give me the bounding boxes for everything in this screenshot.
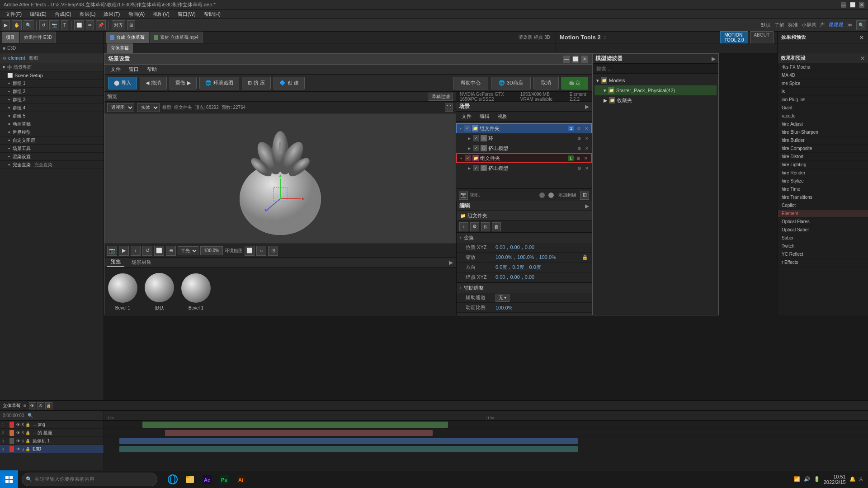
props-reflection-header[interactable]: + 反射模式	[457, 313, 592, 316]
props-position-val[interactable]: 0.00，0.00，0.00	[495, 244, 534, 251]
fullscreen-btn[interactable]: ⛶	[445, 103, 453, 112]
props-rotation-val[interactable]: 0.0度，0.0度，0.0度	[495, 264, 541, 271]
material-ball-2[interactable]	[145, 273, 174, 302]
ep-item-ma4d[interactable]: MA 4D	[778, 71, 868, 80]
props-channel-select[interactable]: 无 ▾	[495, 294, 509, 302]
layer-item-group5[interactable]: ⚬ 群组 5	[0, 112, 104, 120]
tab-composition[interactable]: 台成 立体草莓	[106, 32, 149, 43]
node-vis-toggle-3[interactable]: ✓	[473, 145, 479, 151]
vp-camera-btn[interactable]: 📷	[107, 246, 117, 256]
ep-item-time[interactable]: hire Time	[778, 185, 868, 193]
tl-layer-2[interactable]: 2 👁 S 🔒 ....的 星座	[0, 429, 104, 437]
props-anim-ratio-val[interactable]: 100.0%	[495, 305, 512, 310]
ep-item-blur[interactable]: hire Blur+Sharpen	[778, 128, 868, 136]
scene-view-btn[interactable]: 📷	[459, 191, 468, 200]
scene-node-extrude-1[interactable]: ▶ ✓ ⬡ 挤出模型 ⚙ ✕	[456, 143, 592, 153]
vp-origin-btn[interactable]: ⊕	[166, 246, 176, 256]
menu-animation[interactable]: 动画(A)	[125, 10, 149, 19]
draft-mode-btn[interactable]: 草稿过滤	[429, 93, 453, 101]
layer-item-group2[interactable]: ⚬ 群组 2	[0, 88, 104, 96]
menu-file[interactable]: 文件(F)	[2, 10, 25, 19]
menu-layer[interactable]: 图层(L)	[76, 10, 99, 19]
taskbar-app-explorer[interactable]	[182, 471, 198, 488]
layer-item-group4[interactable]: ⚬ 群组 4	[0, 104, 104, 112]
node-action-settings-ring[interactable]: ⚙	[576, 135, 582, 141]
mesh-mode-select[interactable]: 实体	[137, 103, 160, 112]
tl-eye-btn[interactable]: 👁	[29, 402, 36, 409]
tool-pin[interactable]: 📌	[96, 20, 106, 30]
layer-item-custom-env[interactable]: ⚬ 自定义图层	[0, 136, 104, 145]
dialog-restore-btn[interactable]: ⬜	[572, 56, 579, 63]
props-tool-gear[interactable]: ⚙	[470, 222, 479, 231]
menu-help[interactable]: 帮助(H)	[200, 10, 224, 19]
tl-layer-4[interactable]: 4 👁 S 🔒 E3D	[0, 445, 104, 453]
scene-setup-btn[interactable]: Scene Setup	[14, 73, 43, 78]
ep-item-adjust[interactable]: hire Adjust	[778, 120, 868, 128]
btn-3d-shop[interactable]: 🌐 3D商店	[491, 77, 531, 89]
ep-item-racode[interactable]: racode	[778, 112, 868, 120]
dialog-menu-file[interactable]: 文件	[107, 65, 124, 74]
btn-redo[interactable]: 重做 ▶	[170, 77, 197, 89]
vp-play-btn[interactable]: ▶	[119, 246, 129, 256]
ep-item-spice[interactable]: me Spice	[778, 80, 868, 88]
ep-item-ion[interactable]: ion Plug-ins	[778, 96, 868, 104]
tool-camera[interactable]: 📷	[49, 20, 59, 30]
props-expand-btn[interactable]: ▶	[585, 203, 589, 209]
props-utility-header[interactable]: + 辅助调整	[457, 283, 592, 293]
mat-tab-scene[interactable]: 场景材质	[128, 258, 155, 267]
mat-tab-preview[interactable]: 预览	[107, 258, 124, 267]
tab-project[interactable]: 项目	[2, 32, 19, 43]
dialog-menu-help[interactable]: 帮助	[143, 65, 160, 74]
material-item-2[interactable]: 默认	[145, 273, 174, 311]
viewport-3d[interactable]	[104, 113, 456, 244]
ep-item-twitch[interactable]: Twitch	[778, 242, 868, 250]
models-collection-node[interactable]: ▶ 📁 收藏夹	[594, 95, 717, 105]
props-transform-header[interactable]: + 变换	[457, 233, 592, 243]
taskbar-search-area[interactable]: 🔍 在这里输入你要搜索的内容	[22, 473, 157, 486]
scene-add-group-btn[interactable]: ⊞	[580, 191, 589, 200]
layer-item-group1[interactable]: ⚬ 群组 1	[0, 80, 104, 88]
start-button[interactable]	[0, 470, 18, 488]
btn-snapping[interactable]: ⊞	[127, 20, 135, 30]
vp-refresh-btn[interactable]: ↺	[142, 246, 152, 256]
menu-composition[interactable]: 合成(C)	[51, 10, 75, 19]
scene-menu-view[interactable]: 视图	[494, 112, 511, 121]
node-action-settings-group2[interactable]: ⚙	[575, 155, 581, 161]
materials-expand-btn[interactable]: ▶	[449, 259, 453, 266]
tool-rotate[interactable]: ↺	[39, 20, 47, 30]
ep-item-optical-flares[interactable]: Optical Flares	[778, 218, 868, 226]
tool-pen[interactable]: ✏	[86, 20, 94, 30]
btn-create[interactable]: 🔷 创 建	[274, 77, 305, 89]
tool-select[interactable]: ▶	[2, 20, 10, 30]
menu-edit[interactable]: 编辑(E)	[26, 10, 50, 19]
close-button[interactable]: ✕	[859, 2, 864, 8]
scene-menu-edit[interactable]: 编辑	[476, 112, 493, 121]
ep-item-saber[interactable]: Saber	[778, 234, 868, 242]
layer-item-world[interactable]: ⚬ 世界模型	[0, 128, 104, 136]
node-action-close-extrude1[interactable]: ✕	[584, 145, 590, 151]
ep-item-distort[interactable]: hire Distort	[778, 153, 868, 161]
menu-effect[interactable]: 效果(T)	[100, 10, 123, 19]
scene-node-extrude-2[interactable]: ▶ ✓ ⬡ 挤出模型 ⚙ ✕	[456, 163, 592, 173]
node-vis-toggle-4[interactable]: ✓	[465, 155, 471, 161]
ep-item-element[interactable]: Element	[778, 210, 868, 218]
tl-lock-btn[interactable]: 🔒	[45, 402, 52, 409]
btn-env-map[interactable]: 🌐 环境贴图	[199, 77, 239, 89]
node-action-settings-extrude2[interactable]: ⚙	[576, 165, 582, 171]
node-vis-toggle-5[interactable]: ✓	[473, 165, 479, 171]
model-search-input[interactable]	[593, 64, 718, 74]
tool-zoom[interactable]: 🔍	[24, 20, 33, 30]
node-action-settings-1[interactable]: ⚙	[576, 125, 582, 131]
layer-item-scene-setup[interactable]: ⬜ Scene Setup	[0, 71, 104, 80]
ep-item-yc-reflect[interactable]: YC Reflect	[778, 250, 868, 258]
node-action-close-1[interactable]: ✕	[583, 125, 590, 131]
tool-text[interactable]: T	[61, 20, 68, 30]
ep-item-transitions[interactable]: hire Transitions	[778, 193, 868, 202]
ep-item-render[interactable]: hire Render	[778, 169, 868, 177]
layer-item-group3[interactable]: ⚬ 群组 3	[0, 96, 104, 104]
vp-light-select[interactable]: 半光	[178, 246, 198, 255]
material-item-1[interactable]: Bevel 1	[108, 273, 137, 310]
vp-add-btn[interactable]: +	[131, 246, 141, 256]
scene-node-group-folder-1[interactable]: ▾ ✓ 📁 组文件夹 2 ⚙ ✕	[456, 123, 592, 133]
search-button[interactable]: 🔍	[856, 20, 866, 30]
